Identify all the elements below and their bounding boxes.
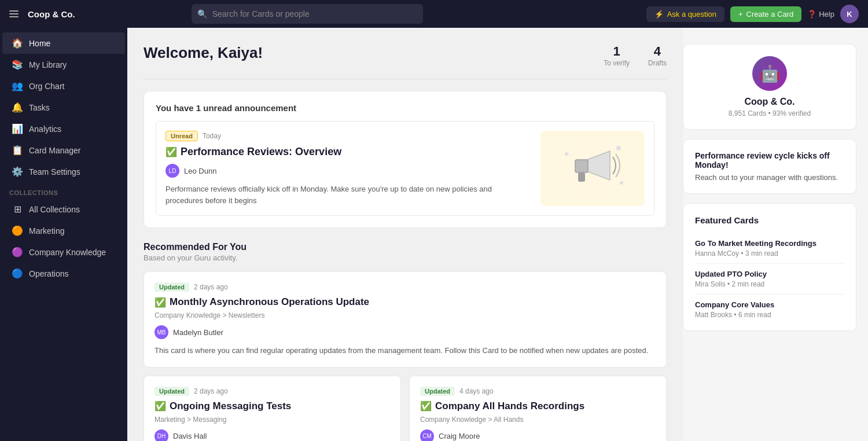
help-icon: ❓: [807, 10, 816, 19]
sidebar-label-home: Home: [29, 39, 50, 48]
card-breadcrumb-2: Company Knowledge > All Hands: [420, 416, 656, 424]
card-tags-1: Updated 2 days ago: [155, 387, 390, 396]
featured-item-meta-1: Mira Solis • 2 min read: [695, 280, 844, 288]
menu-icon[interactable]: [9, 10, 19, 17]
operations-icon: 🔵: [12, 268, 23, 279]
company-logo: 🤖: [752, 56, 787, 91]
sidebar-item-org-chart[interactable]: 👥Org Chart: [2, 75, 125, 97]
brand-name: Coop & Co.: [28, 9, 75, 19]
card-tags-2: Updated 4 days ago: [420, 387, 656, 396]
sidebar-label-org-chart: Org Chart: [29, 82, 64, 91]
featured-item-1[interactable]: Updated PTO Policy Mira Solis • 2 min re…: [695, 264, 844, 295]
card-half-wrap: Updated 2 days ago ✅ Ongoing Messaging T…: [144, 376, 667, 442]
stat-drafts[interactable]: 4 Drafts: [648, 44, 667, 67]
sidebar-item-operations[interactable]: 🔵Operations: [2, 263, 125, 284]
announcement-card[interactable]: Unread Today ✅ Performance Reviews: Over…: [156, 121, 654, 216]
lightning-icon: ⚡: [654, 10, 664, 19]
featured-item-title-2: Company Core Values: [695, 300, 844, 309]
featured-item-meta-0: Hanna McCoy • 3 min read: [695, 249, 844, 258]
create-card-button[interactable]: + Create a Card: [730, 6, 801, 22]
verified-icon-2: ✅: [420, 400, 432, 411]
collections-section-label: Collections: [0, 182, 127, 199]
sidebar-label-my-library: My Library: [29, 60, 67, 69]
company-panel-card: 🤖 Coop & Co. 8,951 Cards • 93% verified: [683, 44, 856, 130]
sidebar-label-company-knowledge: Company Knowledge: [29, 248, 106, 257]
verified-icon: ✅: [165, 146, 177, 157]
featured-item-meta-2: Matt Brooks • 6 min read: [695, 311, 844, 319]
updated-tag-2: Updated: [420, 387, 455, 396]
card-title-0: ✅ Monthly Asynchronous Operations Update: [155, 296, 656, 308]
sidebar: 🏠Home📚My Library👥Org Chart🔔Tasks📊Analyti…: [0, 28, 127, 441]
drafts-count: 4: [648, 44, 667, 59]
card-breadcrumb-0: Company Knowledge > Newsletters: [155, 311, 656, 319]
sidebar-label-analytics: Analytics: [29, 124, 61, 134]
card-author-avatar-0: MB: [155, 325, 168, 339]
announcement-title: ✅ Performance Reviews: Overview: [165, 146, 531, 158]
search-input[interactable]: [192, 4, 423, 24]
company-name: Coop & Co.: [744, 97, 795, 107]
analytics-icon: 📊: [12, 123, 23, 134]
card-author-avatar-2: CM: [420, 429, 434, 442]
updated-tag-0: Updated: [155, 282, 189, 292]
search-bar: 🔍: [192, 4, 423, 24]
card-breadcrumb-1: Marketing > Messaging: [155, 416, 390, 424]
help-button[interactable]: ❓ Help: [807, 10, 834, 19]
sidebar-item-marketing[interactable]: 🟠Marketing: [2, 220, 125, 241]
recommended-card-1[interactable]: Updated 2 days ago ✅ Ongoing Messaging T…: [144, 376, 401, 442]
home-icon: 🏠: [12, 38, 23, 49]
announcement-image: [540, 131, 645, 206]
tasks-icon: 🔔: [12, 102, 23, 113]
sidebar-item-team-settings[interactable]: ⚙️Team Settings: [2, 161, 125, 182]
brand-logo: Coop & Co.: [28, 9, 75, 19]
company-meta: 8,951 Cards • 93% verified: [729, 109, 811, 117]
sidebar-label-tasks: Tasks: [29, 103, 50, 112]
featured-cards-title: Featured Cards: [695, 215, 844, 225]
sidebar-item-card-manager[interactable]: 📋Card Manager: [2, 139, 125, 161]
card-date-2: 4 days ago: [459, 387, 494, 395]
featured-item-2[interactable]: Company Core Values Matt Brooks • 6 min …: [695, 295, 844, 319]
search-icon: 🔍: [197, 9, 207, 19]
announcement-author-name: Leo Dunn: [184, 167, 216, 175]
sidebar-item-home[interactable]: 🏠Home: [2, 32, 125, 54]
announcement-tags: Unread Today: [165, 131, 531, 141]
announcement-author-row: LD Leo Dunn: [165, 164, 531, 178]
company-knowledge-icon: 🟣: [12, 247, 23, 258]
recommended-card-2[interactable]: Updated 4 days ago ✅ Company All Hands R…: [409, 376, 667, 442]
card-title-2: ✅ Company All Hands Recordings: [420, 400, 656, 412]
announcement-section: You have 1 unread announcement Unread To…: [144, 91, 667, 228]
sidebar-item-my-library[interactable]: 📚My Library: [2, 54, 125, 75]
card-author-avatar-1: DH: [155, 429, 168, 442]
sidebar-label-team-settings: Team Settings: [29, 167, 80, 177]
sidebar-item-analytics[interactable]: 📊Analytics: [2, 118, 125, 139]
to-verify-label: To verify: [604, 59, 630, 67]
stat-to-verify[interactable]: 1 To verify: [604, 44, 630, 67]
panel-announcement-desc: Reach out to your manager with questions…: [695, 173, 844, 182]
recommended-title: Recommended For You: [144, 242, 667, 252]
svg-point-4: [565, 152, 568, 156]
sidebar-item-tasks[interactable]: 🔔Tasks: [2, 97, 125, 118]
svg-rect-2: [575, 160, 588, 172]
panel-announcement-title: Performance review cycle kicks off Monda…: [695, 151, 844, 170]
announcement-description: Performance reviews officially kick off …: [165, 183, 531, 206]
panel-announcement-card: Performance review cycle kicks off Monda…: [683, 139, 856, 194]
avatar[interactable]: K: [840, 5, 859, 23]
featured-item-title-0: Go To Market Meeting Recordings: [695, 239, 844, 248]
card-author-name-2: Craig Moore: [439, 432, 480, 440]
unread-tag: Unread: [165, 131, 198, 141]
sidebar-label-marketing: Marketing: [29, 226, 64, 236]
featured-item-0[interactable]: Go To Market Meeting Recordings Hanna Mc…: [695, 233, 844, 264]
page-header: Welcome, Kaiya! 1 To verify 4 Drafts: [144, 44, 667, 67]
recommended-sub: Based on your Guru activity.: [144, 253, 667, 262]
svg-point-5: [616, 146, 621, 150]
sidebar-item-company-knowledge[interactable]: 🟣Company Knowledge: [2, 241, 125, 263]
featured-cards-panel: Featured Cards Go To Market Meeting Reco…: [683, 203, 856, 331]
svg-rect-3: [578, 172, 585, 182]
right-panel: 🤖 Coop & Co. 8,951 Cards • 93% verified …: [683, 28, 868, 441]
card-desc-0: This card is where you can find regular …: [155, 345, 656, 357]
card-manager-icon: 📋: [12, 145, 23, 156]
sidebar-item-all-collections[interactable]: ⊞All Collections: [2, 199, 125, 220]
ask-question-button[interactable]: ⚡ Ask a question: [646, 6, 724, 22]
sidebar-label-card-manager: Card Manager: [29, 146, 81, 155]
card-author-name-0: Madelyn Butler: [173, 328, 223, 337]
recommended-card-0[interactable]: Updated 2 days ago ✅ Monthly Asynchronou…: [144, 271, 667, 368]
